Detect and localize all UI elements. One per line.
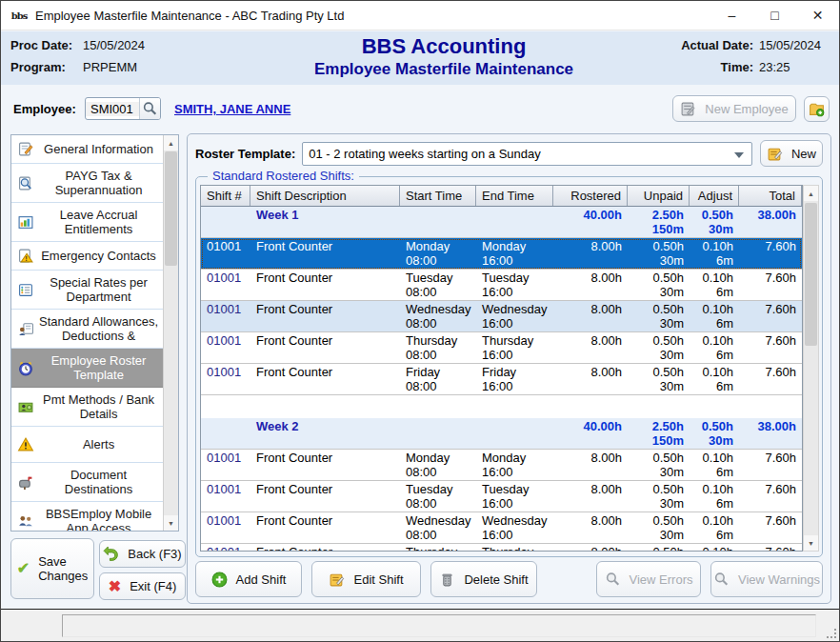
adjust-minutes: 6m	[695, 528, 733, 542]
adjust-hours: 0.10h	[695, 545, 733, 552]
new-roster-button[interactable]: New	[760, 140, 823, 167]
exit-button[interactable]: ✖ Exit (F4)	[99, 572, 186, 600]
shift-row[interactable]: 01001 Front Counter Monday08:00 Monday16…	[201, 450, 802, 481]
proc-date-value: 15/05/2024	[83, 38, 145, 52]
end-time: 16:00	[482, 348, 548, 362]
view-errors-button[interactable]: View Errors	[596, 561, 701, 597]
shift-description: Front Counter	[256, 545, 394, 552]
start-time: 08:00	[406, 379, 470, 393]
sidebar-item-pmt-methods[interactable]: Pmt Methods / Bank Details	[11, 388, 163, 427]
view-warnings-label: View Warnings	[738, 572, 820, 587]
column-header[interactable]: Adjust	[690, 186, 739, 206]
start-day: Monday	[406, 451, 470, 465]
sidebar-item-general-information[interactable]: General Information	[11, 135, 163, 164]
rostered-hours: 8.00h	[559, 302, 622, 316]
header-strip: Proc Date:15/05/2024 Program:PRPEMM BBS …	[1, 31, 839, 85]
end-time: 16:00	[482, 528, 548, 542]
scroll-down-icon[interactable]: ▼	[164, 515, 178, 531]
sidebar-item-leave-accrual[interactable]: Leave Accrual Entitlements	[11, 203, 163, 242]
start-time: 08:00	[406, 465, 470, 479]
sidebar-item-alerts[interactable]: Alerts	[11, 427, 163, 463]
scroll-down-icon[interactable]: ▼	[804, 535, 818, 551]
scroll-up-icon[interactable]: ▲	[164, 135, 178, 150]
column-header[interactable]: Start Time	[400, 186, 476, 206]
adjust-hours: 0.10h	[695, 333, 733, 348]
bank-money-icon	[15, 399, 36, 415]
svg-text:!: !	[26, 255, 28, 262]
folder-add-icon	[809, 101, 825, 117]
sidebar-scrollbar[interactable]: ▲ ▼	[163, 135, 178, 531]
new-employee-button[interactable]: New Employee	[672, 95, 796, 122]
unpaid-minutes: 30m	[633, 496, 684, 511]
shift-description: Front Counter	[256, 513, 394, 528]
week-summary-row: Week 1 40.00h 2.50h150m 0.50h30m 38.00h	[201, 207, 802, 238]
maximize-button[interactable]: □	[753, 1, 796, 30]
sidebar-item-special-rates[interactable]: Special Rates per Department	[11, 271, 163, 310]
new-roster-icon	[767, 146, 783, 162]
sidebar-item-label: Pmt Methods / Bank Details	[38, 392, 159, 421]
employee-search-button[interactable]	[139, 98, 160, 119]
sidebar-scrollbar-thumb[interactable]	[165, 151, 177, 266]
week-unpaid-minutes: 150m	[633, 222, 684, 236]
blank-row	[201, 395, 802, 418]
unpaid-minutes: 30m	[633, 285, 684, 299]
column-header[interactable]: Rostered	[553, 186, 628, 206]
shift-row[interactable]: 01001 Front Counter Wednesday08:00 Wedne…	[201, 512, 802, 544]
unpaid-minutes: 30m	[633, 348, 684, 362]
shift-row[interactable]: 01001 Front Counter Friday08:00 Friday16…	[201, 364, 802, 395]
shift-row[interactable]: 01001 Front Counter Wednesday08:00 Wedne…	[201, 301, 802, 332]
minimize-button[interactable]: –	[710, 1, 753, 30]
shift-row[interactable]: 01001 Front Counter Thursday08:00 Thursd…	[201, 332, 802, 364]
week-adjust-hours: 0.50h	[695, 208, 733, 222]
delete-shift-button[interactable]: Delete Shift	[430, 561, 537, 597]
week-label: Week 2	[256, 419, 394, 433]
roster-template-select[interactable]: 01 - 2 rotating weeks starting on a Sund…	[302, 142, 752, 166]
delete-shift-label: Delete Shift	[464, 572, 528, 587]
column-header[interactable]: Total	[739, 186, 802, 206]
rostered-hours: 8.00h	[559, 365, 622, 379]
table-scrollbar-thumb[interactable]	[805, 203, 817, 346]
sidebar-item-standard-allowances[interactable]: Standard Allowances, Deductions &	[11, 310, 163, 349]
back-button[interactable]: Back (F3)	[99, 540, 186, 568]
employee-code-input[interactable]	[86, 102, 139, 116]
new-roster-label: New	[791, 147, 816, 161]
employee-name-link[interactable]: SMITH, JANE ANNE	[174, 102, 290, 116]
column-header[interactable]: Shift #	[201, 186, 250, 206]
sidebar-item-employee-roster-template[interactable]: Employee Roster Template	[11, 349, 163, 388]
rostered-hours: 8.00h	[559, 239, 622, 253]
sidebar-item-payg-tax[interactable]: PAYG Tax & Superannuation	[11, 164, 163, 203]
rostered-hours: 8.00h	[559, 482, 622, 496]
sidebar-item-document-destinations[interactable]: Document Destinations	[11, 463, 163, 502]
start-time: 08:00	[406, 316, 470, 331]
column-header[interactable]: Shift Description	[250, 186, 400, 206]
alert-triangle-icon	[15, 436, 36, 452]
time-label: Time:	[721, 60, 753, 74]
shift-row[interactable]: 01001 Front Counter Tuesday08:00 Tuesday…	[201, 481, 802, 512]
table-scrollbar[interactable]: ▲ ▼	[803, 185, 819, 552]
save-changes-button[interactable]: ✔ Save Changes	[10, 538, 94, 599]
week-adjust-hours: 0.50h	[695, 419, 733, 433]
column-header[interactable]: End Time	[476, 186, 553, 206]
shifts-table-header: Shift # Shift Description Start Time End…	[201, 186, 802, 207]
end-time: 16:00	[482, 285, 548, 299]
total-hours: 7.60h	[745, 333, 796, 348]
close-button[interactable]: ✕	[796, 1, 839, 30]
edit-shift-button[interactable]: Edit Shift	[311, 561, 421, 597]
shift-row[interactable]: 01001 Front Counter Tuesday08:00 Tuesday…	[201, 270, 802, 301]
view-warnings-button[interactable]: View Warnings	[710, 561, 823, 597]
open-employee-folder-button[interactable]	[804, 96, 830, 122]
adjust-minutes: 6m	[695, 379, 733, 393]
shift-row[interactable]: 01001 Front Counter Monday08:00 Monday16…	[201, 238, 802, 270]
column-header[interactable]: Unpaid	[628, 186, 690, 206]
unpaid-hours: 0.50h	[633, 451, 684, 465]
end-day: Monday	[482, 239, 548, 253]
leave-chart-icon	[15, 214, 36, 231]
scroll-up-icon[interactable]: ▲	[804, 186, 818, 201]
sidebar-item-emergency-contacts[interactable]: ! Emergency Contacts	[11, 242, 163, 271]
proc-date-label: Proc Date:	[10, 38, 83, 52]
add-shift-button[interactable]: Add Shift	[195, 561, 302, 597]
shift-row[interactable]: 01001 Front Counter Thursday08:00 Thursd…	[201, 544, 802, 552]
back-label: Back (F3)	[128, 547, 181, 561]
resize-grip[interactable]	[827, 629, 836, 638]
sidebar-item-bbsemploy-mobile-app[interactable]: BBSEmploy Mobile App Access	[11, 502, 163, 532]
